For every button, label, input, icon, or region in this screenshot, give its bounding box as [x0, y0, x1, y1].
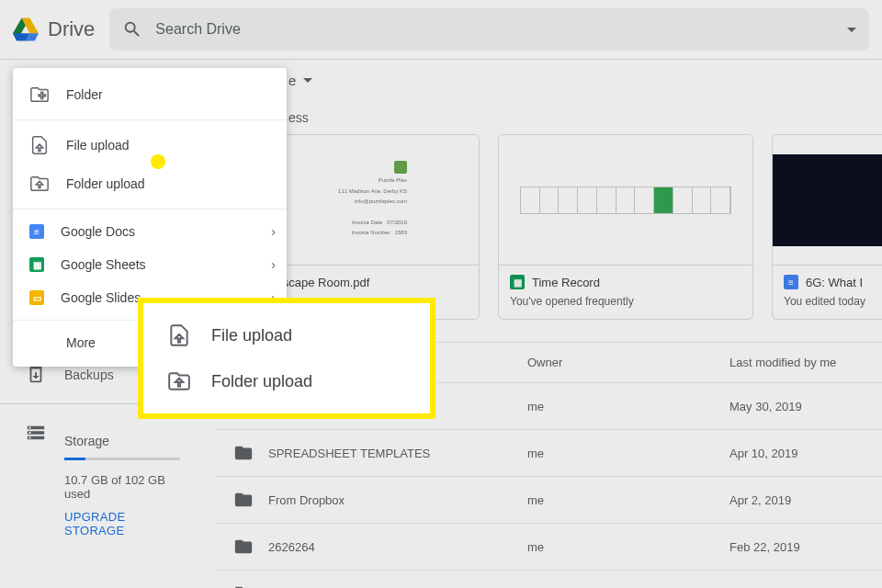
breadcrumb-caret-icon — [303, 78, 312, 83]
folder-icon — [233, 537, 254, 557]
annotation-callout: File upload Folder upload — [138, 298, 435, 419]
annotation-dot — [151, 154, 165, 169]
file-modified: Apr 2, 2019 — [729, 493, 864, 507]
docs-icon: ≡ — [784, 275, 798, 289]
quick-access-heading: ess — [215, 88, 882, 134]
file-owner: me — [527, 447, 729, 460]
upgrade-storage-link[interactable]: UPGRADE STORAGE — [64, 510, 180, 537]
callout-label: Folder upload — [211, 372, 312, 391]
menu-label: More — [66, 335, 96, 350]
slides-icon: ▭ — [29, 290, 44, 305]
menu-item-file-upload[interactable]: File upload — [13, 126, 287, 164]
sheets-icon: ▦ — [510, 275, 525, 289]
storage-used-text: 10.7 GB of 102 GB used — [64, 473, 180, 501]
new-folder-icon — [29, 85, 50, 105]
docs-icon: ≡ — [29, 224, 44, 239]
folder-upload-icon — [167, 369, 191, 393]
menu-item-google-docs[interactable]: ≡ Google Docs › — [13, 215, 287, 248]
callout-file-upload[interactable]: File upload — [143, 312, 430, 358]
sidebar-item-storage[interactable]: Storage 10.7 GB of 102 GB used UPGRADE S… — [0, 412, 206, 548]
storage-label: Storage — [64, 434, 180, 448]
table-row[interactable]: From Dropbox me Apr 2, 2019 — [215, 476, 882, 523]
brand-name: Drive — [48, 17, 95, 41]
callout-label: File upload — [211, 326, 292, 345]
menu-item-google-sheets[interactable]: ▦ Google Sheets › — [13, 248, 287, 281]
folder-icon — [233, 490, 254, 510]
file-name: 2626264 — [268, 540, 315, 554]
chevron-right-icon: › — [271, 224, 276, 239]
file-modified: Feb 22, 2019 — [729, 540, 864, 554]
drive-logo-icon — [13, 17, 39, 42]
file-modified: Apr 10, 2019 — [729, 447, 864, 460]
table-row[interactable]: SPREADSHEET TEMPLATES me Apr 10, 2019 — [215, 429, 882, 476]
menu-label: File upload — [66, 138, 130, 153]
card-title: Time Record — [532, 276, 600, 289]
search-placeholder: Search Drive — [155, 21, 834, 38]
table-row[interactable]: OTT Work me Feb 12, 2019 — [215, 570, 882, 588]
card-subtitle: You've opened frequently — [510, 295, 741, 308]
brand[interactable]: Drive — [13, 17, 95, 42]
search-icon — [122, 19, 142, 40]
backups-icon — [26, 365, 46, 385]
card-thumbnail — [499, 135, 752, 266]
folder-upload-icon — [29, 174, 50, 194]
file-modified: May 30, 2019 — [729, 400, 864, 413]
file-name: From Dropbox — [268, 493, 345, 507]
storage-bar — [64, 458, 180, 460]
menu-label: Folder upload — [66, 176, 145, 191]
sidebar-label-backups: Backups — [64, 368, 114, 382]
menu-label: Google Sheets — [61, 257, 146, 272]
menu-label: Google Slides — [61, 290, 141, 305]
file-upload-icon — [29, 135, 50, 155]
col-owner-header[interactable]: Owner — [527, 356, 729, 369]
sheets-icon: ▦ — [29, 257, 44, 272]
table-row[interactable]: 2626264 me Feb 22, 2019 — [215, 523, 882, 570]
breadcrumb[interactable]: e — [215, 73, 882, 88]
menu-label: Google Docs — [61, 224, 135, 239]
file-owner: me — [527, 540, 729, 554]
quick-access-row: Puzzle Plex111 Madison Ave, Derby KSinfo… — [215, 134, 882, 320]
card-thumbnail — [773, 135, 882, 266]
breadcrumb-current: e — [288, 73, 296, 88]
folder-icon — [233, 443, 254, 463]
file-owner: me — [527, 400, 729, 413]
chevron-right-icon: › — [271, 257, 276, 272]
search-bar[interactable]: Search Drive — [109, 8, 869, 51]
storage-icon — [26, 423, 46, 443]
col-modified-header[interactable]: Last modified by me — [729, 356, 864, 369]
card-title: 6G: What I — [806, 276, 863, 289]
file-name: SPREADSHEET TEMPLATES — [268, 447, 430, 460]
folder-icon — [233, 583, 254, 588]
menu-item-folder-upload[interactable]: Folder upload — [13, 164, 287, 203]
callout-folder-upload[interactable]: Folder upload — [143, 358, 430, 404]
app-header: Drive Search Drive — [0, 0, 882, 59]
quick-access-card[interactable]: ≡6G: What I You edited today — [772, 134, 882, 320]
file-owner: me — [527, 493, 729, 507]
menu-label: Folder — [66, 87, 103, 102]
file-upload-icon — [167, 323, 191, 347]
quick-access-card[interactable]: ▦Time Record You've opened frequently — [498, 134, 753, 320]
menu-item-folder[interactable]: Folder — [13, 75, 287, 114]
card-subtitle: You edited today — [784, 295, 871, 308]
search-options-caret-icon[interactable] — [847, 28, 856, 32]
